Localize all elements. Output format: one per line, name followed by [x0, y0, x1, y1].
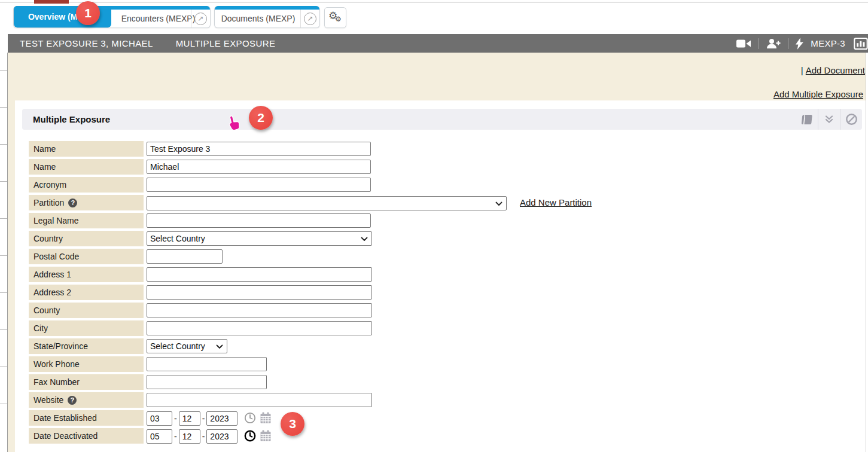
form-row-partition: Partition ? Add New Partition [29, 195, 592, 210]
field-label: Fax Number [33, 377, 80, 387]
tab-settings-button[interactable]: ⚙ ⚙ [324, 7, 346, 28]
date-separator: - [202, 411, 205, 426]
add-multiple-exposure-link[interactable]: Add Multiple Exposure [773, 89, 863, 99]
date-established-month-input[interactable]: 03 [147, 411, 172, 426]
browser-chrome-edge [0, 0, 868, 6]
field-label: Date Established [33, 413, 97, 423]
field-label: City [33, 323, 48, 333]
section-header: Multiple Exposure [22, 109, 862, 130]
fax-number-input[interactable] [147, 375, 267, 389]
date-established-day-input[interactable]: 12 [179, 411, 200, 426]
form-row-date-established: Date Established 03 - 12 - 2023 [29, 410, 592, 426]
field-label: Partition [33, 198, 64, 207]
browser-tab-artifact [34, 0, 69, 4]
field-label: Name [33, 144, 56, 154]
audit-book-icon[interactable] [796, 109, 818, 130]
tab-group-overview-encounters: Overview (MEXP) Encounters (MEXP) ↗ [13, 6, 211, 28]
field-label: Website [33, 395, 63, 405]
country-select[interactable]: Select Country [147, 231, 372, 246]
name-2-input[interactable]: Michael [147, 160, 371, 174]
hand-pointer-cursor [227, 114, 241, 135]
encounters-popout-button[interactable]: ↗ [191, 10, 210, 28]
chevron-down-icon [495, 201, 502, 206]
chevron-down-icon [216, 344, 223, 349]
date-deactivated-year-input[interactable]: 2023 [206, 429, 237, 444]
bar-chart-icon[interactable] [854, 36, 868, 51]
add-multiple-exposure-row: Add Multiple Exposure [773, 89, 863, 99]
disable-slash-icon[interactable] [840, 109, 862, 130]
form-row-county: County [29, 303, 592, 318]
date-deactivated-day-input[interactable]: 12 [179, 429, 200, 444]
date-separator: - [174, 411, 177, 426]
form-row-website: Website ? [29, 392, 592, 408]
time-picker-icon[interactable] [244, 430, 256, 444]
form-row-name-2: Name Michael [29, 159, 592, 175]
popout-arrow-icon: ↗ [304, 13, 316, 25]
record-id: MEXP-3 [811, 38, 845, 48]
divider [788, 38, 788, 49]
work-phone-input[interactable] [147, 357, 267, 371]
right-gutter [866, 53, 868, 452]
background-window-edge [0, 53, 8, 452]
collapse-chevrons-icon[interactable] [818, 109, 840, 130]
calendar-icon[interactable] [260, 430, 272, 444]
date-separator: - [202, 429, 205, 444]
add-new-partition-link[interactable]: Add New Partition [520, 195, 592, 210]
date-established-year-input[interactable]: 2023 [206, 411, 237, 426]
calendar-icon[interactable] [260, 412, 272, 426]
form-row-city: City [29, 320, 592, 336]
field-label: Postal Code [33, 252, 79, 261]
acronym-input[interactable] [147, 178, 371, 192]
documents-popout-button[interactable]: ↗ [300, 10, 319, 28]
form-row-fax-number: Fax Number [29, 374, 592, 390]
time-picker-icon[interactable] [244, 412, 256, 426]
address-1-input[interactable] [147, 267, 372, 282]
state-province-select[interactable]: Select Country [147, 339, 227, 353]
record-context: MULTIPLE EXPOSURE [176, 38, 276, 48]
help-icon[interactable]: ? [68, 198, 77, 207]
partition-select[interactable] [147, 196, 507, 210]
field-label: State/Province [33, 341, 88, 351]
tab-bar: Overview (MEXP) Encounters (MEXP) ↗ Docu… [0, 6, 868, 34]
field-label: County [33, 306, 60, 315]
form-row-work-phone: Work Phone [29, 356, 592, 372]
video-camera-icon[interactable] [736, 39, 751, 48]
legal-name-input[interactable] [147, 213, 371, 228]
record-title-bar: TEST EXPOSURE 3, MICHAEL MULTIPLE EXPOSU… [8, 34, 868, 53]
form-row-address-2: Address 2 [29, 285, 592, 300]
help-icon[interactable]: ? [68, 396, 77, 405]
chevron-down-icon [361, 237, 368, 242]
website-input[interactable] [147, 393, 372, 407]
field-label: Name [33, 162, 56, 172]
county-input[interactable] [147, 303, 372, 317]
address-2-input[interactable] [147, 285, 372, 300]
field-label: Legal Name [33, 216, 79, 225]
title-bar-actions: MEXP-3 [736, 34, 868, 53]
tab-documents[interactable]: Documents (MEXP) [215, 10, 301, 28]
tab-documents-label: Documents (MEXP) [221, 14, 296, 23]
form-row-postal-code: Postal Code [29, 249, 592, 264]
add-person-icon[interactable] [766, 38, 781, 49]
field-label: Date Deactivated [33, 431, 98, 441]
field-label: Work Phone [33, 359, 80, 369]
step-badge-2: 2 [249, 106, 273, 130]
popout-arrow-icon: ↗ [194, 13, 207, 25]
add-document-link[interactable]: Add Document [806, 65, 865, 75]
lightning-bolt-icon[interactable] [796, 38, 803, 50]
form-row-state-province: State/Province Select Country [29, 338, 592, 354]
add-document-row: |Add Document [801, 65, 865, 75]
section-title: Multiple Exposure [33, 114, 110, 124]
city-input[interactable] [147, 321, 372, 335]
browser-divider-line [0, 2, 868, 2]
field-label: Country [33, 234, 63, 243]
record-name: TEST EXPOSURE 3, MICHAEL [20, 38, 153, 48]
name-input[interactable]: Test Exposure 3 [147, 142, 371, 156]
field-label: Address 2 [33, 288, 71, 297]
gear-icon: ⚙ [335, 15, 342, 23]
form-row-acronym: Acronym [29, 177, 592, 193]
postal-code-input[interactable] [147, 249, 223, 264]
link-separator: | [801, 65, 803, 75]
date-deactivated-month-input[interactable]: 05 [147, 429, 172, 444]
form-row-legal-name: Legal Name [29, 213, 592, 228]
tab-group-documents: Documents (MEXP) ↗ [214, 6, 320, 28]
